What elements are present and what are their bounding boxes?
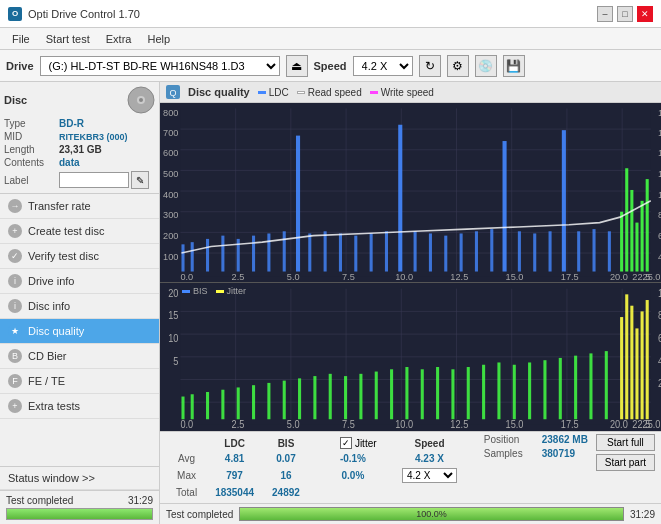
svg-rect-118 <box>482 365 485 419</box>
svg-rect-29 <box>296 136 300 272</box>
svg-rect-109 <box>344 376 347 419</box>
speed-dropdown[interactable]: 4.2 X <box>402 468 457 483</box>
svg-text:100: 100 <box>163 250 178 261</box>
svg-text:5.0: 5.0 <box>287 271 300 282</box>
nav-disc-quality[interactable]: ★ Disc quality <box>0 319 159 344</box>
svg-rect-50 <box>608 231 611 271</box>
read-speed-legend-label: Read speed <box>308 87 362 98</box>
stats-area: LDC BIS ✓ Jitter Speed Avg 4. <box>160 431 661 524</box>
nav-disc-info[interactable]: i Disc info <box>0 294 159 319</box>
app-title: Opti Drive Control 1.70 <box>28 8 140 20</box>
svg-rect-117 <box>467 367 470 419</box>
disc-contents-row: Contents data <box>4 157 155 168</box>
close-button[interactable]: ✕ <box>637 6 653 22</box>
svg-text:7.5: 7.5 <box>342 419 355 431</box>
eject-button[interactable]: ⏏ <box>286 55 308 77</box>
minimize-button[interactable]: – <box>597 6 613 22</box>
drive-info-icon: i <box>8 274 22 288</box>
progress-percent: 100.0% <box>416 509 447 519</box>
svg-rect-21 <box>181 244 184 271</box>
avg-ldc: 4.81 <box>207 452 262 465</box>
svg-rect-110 <box>359 374 362 419</box>
max-label: Max <box>168 467 205 484</box>
media-button[interactable]: 💿 <box>475 55 497 77</box>
svg-rect-52 <box>625 168 628 271</box>
menu-extra[interactable]: Extra <box>98 31 140 47</box>
svg-rect-99 <box>191 395 194 420</box>
svg-rect-101 <box>221 390 224 420</box>
chart-header: Q Disc quality LDC Read speed Write spee… <box>160 82 661 103</box>
status-window-button[interactable]: Status window >> <box>0 467 159 490</box>
svg-text:0.0: 0.0 <box>180 419 193 431</box>
svg-text:10.0: 10.0 <box>395 419 413 431</box>
menu-file[interactable]: File <box>4 31 38 47</box>
nav-disc-info-label: Disc info <box>28 300 70 312</box>
chart-area: 800 700 600 500 400 300 200 100 18X 16X … <box>160 103 661 431</box>
svg-rect-23 <box>206 239 209 272</box>
svg-text:20.0: 20.0 <box>610 419 628 431</box>
drive-select[interactable]: (G:) HL-DT-ST BD-RE WH16NS48 1.D3 <box>40 56 280 76</box>
refresh-button[interactable]: ↻ <box>419 55 441 77</box>
nav-extra-tests[interactable]: + Extra tests <box>0 394 159 419</box>
nav-drive-info-label: Drive info <box>28 275 74 287</box>
status-bottom-row: Test completed 31:29 <box>6 495 153 506</box>
disc-label-input[interactable] <box>59 172 129 188</box>
svg-rect-37 <box>414 231 417 271</box>
position-row: Position 23862 MB <box>484 434 588 445</box>
settings-button[interactable]: ⚙ <box>447 55 469 77</box>
menu-help[interactable]: Help <box>139 31 178 47</box>
svg-rect-126 <box>605 352 608 420</box>
disc-label-button[interactable]: ✎ <box>131 171 149 189</box>
maximize-button[interactable]: □ <box>617 6 633 22</box>
nav-verify-test-disc[interactable]: ✓ Verify test disc <box>0 244 159 269</box>
total-ldc: 1835044 <box>207 486 262 499</box>
nav-fe-te[interactable]: F FE / TE <box>0 369 159 394</box>
svg-rect-132 <box>646 300 649 419</box>
svg-rect-116 <box>451 370 454 420</box>
svg-rect-121 <box>528 363 531 420</box>
svg-rect-124 <box>574 356 577 420</box>
bis-col-header: BIS <box>264 436 308 450</box>
nav-transfer-rate-label: Transfer rate <box>28 200 91 212</box>
svg-rect-42 <box>490 229 493 271</box>
save-button[interactable]: 💾 <box>503 55 525 77</box>
jitter-checkbox[interactable]: ✓ <box>340 437 352 449</box>
nav-cd-bier[interactable]: B CD Bier <box>0 344 159 369</box>
svg-rect-36 <box>398 125 402 272</box>
disc-section-title: Disc <box>4 94 27 106</box>
start-part-button[interactable]: Start part <box>596 454 655 471</box>
stats-table: LDC BIS ✓ Jitter Speed Avg 4. <box>166 434 467 501</box>
start-full-button[interactable]: Start full <box>596 434 655 451</box>
svg-text:10: 10 <box>168 333 179 345</box>
svg-rect-48 <box>577 231 580 271</box>
svg-rect-122 <box>543 361 546 420</box>
titlebar-left: O Opti Drive Control 1.70 <box>8 7 140 21</box>
nav-drive-info[interactable]: i Drive info <box>0 269 159 294</box>
svg-rect-128 <box>625 295 628 420</box>
status-bar: Test completed 31:29 <box>0 490 159 524</box>
lower-chart-svg: 20 15 10 5 10% 8% 6% 4% 2% 0.0 2.5 5.0 <box>160 283 661 431</box>
svg-text:20: 20 <box>168 288 179 300</box>
max-bis: 16 <box>264 467 308 484</box>
disc-length-row: Length 23,31 GB <box>4 144 155 155</box>
svg-rect-30 <box>308 233 311 271</box>
disc-length-label: Length <box>4 144 59 155</box>
svg-text:25.0 GB: 25.0 GB <box>643 271 661 282</box>
nav-transfer-rate[interactable]: → Transfer rate <box>0 194 159 219</box>
speed-select[interactable]: 4.2 X <box>353 56 413 76</box>
menu-start-test[interactable]: Start test <box>38 31 98 47</box>
nav-create-test-disc-label: Create test disc <box>28 225 104 237</box>
nav-create-test-disc[interactable]: + Create test disc <box>0 219 159 244</box>
jitter-legend-label: Jitter <box>227 286 247 296</box>
upper-chart-svg: 800 700 600 500 400 300 200 100 18X 16X … <box>160 103 661 282</box>
disc-icon <box>127 86 155 114</box>
samples-row: Samples 380719 <box>484 448 588 459</box>
ldc-legend-color <box>258 91 266 94</box>
svg-rect-44 <box>518 231 521 271</box>
svg-text:15.0: 15.0 <box>506 419 524 431</box>
total-bis: 24892 <box>264 486 308 499</box>
disc-type-label: Type <box>4 118 59 129</box>
menubar: File Start test Extra Help <box>0 28 661 50</box>
svg-rect-127 <box>620 317 623 419</box>
svg-text:15.0: 15.0 <box>506 271 524 282</box>
